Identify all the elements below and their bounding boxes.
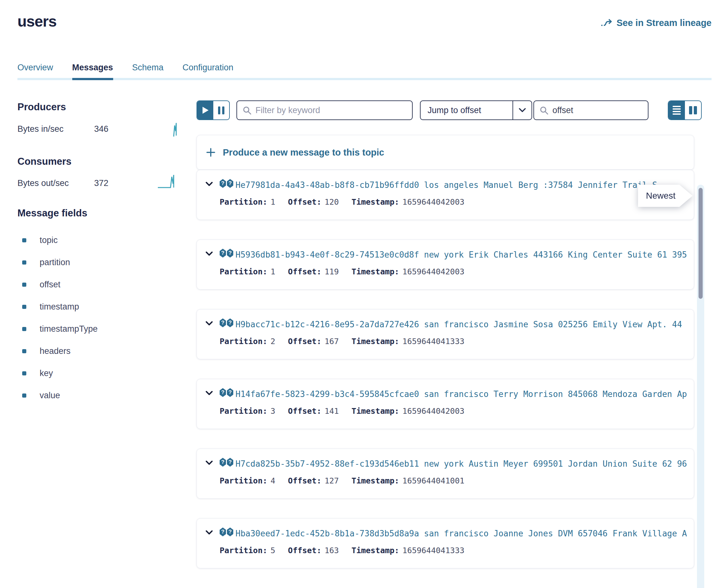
filter-input[interactable] [255, 101, 412, 120]
partition-value: 2 [271, 337, 275, 346]
unknown-schema-icon: ?? [220, 388, 233, 397]
chevron-down-icon[interactable] [205, 321, 213, 326]
offset-value: 127 [325, 476, 339, 485]
message-card[interactable]: ?? Hba30eed7-1edc-452b-8b1a-738d3b5d8a9a… [197, 518, 694, 568]
offset-value: 163 [325, 546, 339, 555]
message-key-value[interactable]: He77981da-4a43-48ab-b8f8-cb71b96ffdd0 lo… [235, 180, 687, 190]
question-badge: ? [220, 318, 226, 327]
field-label: partition [40, 257, 70, 267]
question-badge: ? [227, 458, 233, 467]
timestamp-label: Timestamp: [351, 406, 399, 416]
tab-overview[interactable]: Overview [17, 63, 53, 80]
question-badge: ? [220, 458, 226, 467]
newest-tooltip: Newest [638, 185, 693, 207]
field-item-offset[interactable]: offset [22, 280, 98, 289]
field-bullet-icon [22, 349, 26, 353]
field-item-timestampType[interactable]: timestampType [22, 325, 98, 333]
scrollbar-thumb[interactable] [699, 188, 703, 299]
bytes-out-value: 372 [94, 178, 108, 188]
unknown-schema-icon: ?? [220, 527, 233, 537]
message-key-value[interactable]: H7cda825b-35b7-4952-88ef-c193d546eb11 ne… [235, 458, 687, 469]
message-key-value[interactable]: Hba30eed7-1edc-452b-8b1a-738d3b5d8a9a sa… [235, 528, 687, 539]
tab-underline-track [17, 78, 711, 80]
search-icon [539, 105, 549, 115]
play-pause-toggle [197, 101, 230, 120]
chevron-down-icon [519, 108, 526, 112]
select-chevron-segment[interactable] [513, 101, 532, 120]
partition-label: Partition: [220, 337, 268, 346]
chevron-down-icon[interactable] [205, 182, 213, 186]
message-meta: Partition:5Offset:163Timestamp:165964404… [220, 546, 477, 555]
producers-heading: Producers [17, 101, 66, 113]
message-card[interactable]: ?? H7cda825b-35b7-4952-88ef-c193d546eb11… [197, 448, 694, 499]
messages-panel: Jump to offset [197, 101, 702, 588]
field-label: offset [40, 280, 61, 290]
column-view-button[interactable] [685, 101, 701, 120]
question-badge: ? [227, 249, 233, 257]
produce-message-button[interactable]: Produce a new message to this topic [197, 135, 694, 170]
offset-input[interactable] [553, 101, 648, 120]
chevron-down-icon[interactable] [205, 251, 213, 256]
pause-icon [218, 106, 224, 114]
question-badge: ? [220, 249, 226, 257]
page-title: users [17, 13, 57, 30]
consumers-sparkline [157, 174, 180, 189]
field-item-topic[interactable]: topic [22, 236, 98, 245]
field-item-partition[interactable]: partition [22, 258, 98, 267]
field-bullet-icon [22, 371, 26, 375]
message-key-value[interactable]: H9bacc71c-b12c-4216-8e95-2a7da727e426 sa… [235, 319, 687, 330]
play-button[interactable] [197, 101, 213, 120]
jump-to-offset-select[interactable]: Jump to offset [420, 101, 532, 120]
message-meta: Partition:1Offset:119Timestamp:165964404… [220, 267, 477, 276]
offset-label: Offset: [288, 267, 322, 276]
list-view-button[interactable] [668, 101, 685, 120]
unknown-schema-icon: ?? [220, 458, 233, 467]
field-item-value[interactable]: value [22, 391, 98, 400]
message-card[interactable]: ?? H14fa67fe-5823-4299-b3c4-595845cfcae0… [197, 379, 694, 429]
field-item-timestamp[interactable]: timestamp [22, 302, 98, 311]
chevron-down-icon[interactable] [205, 530, 213, 535]
tab-bar: Overview Messages Schema Configuration [17, 63, 711, 80]
field-bullet-icon [22, 260, 26, 265]
unknown-schema-icon: ?? [220, 249, 233, 257]
message-card[interactable]: ?? H9bacc71c-b12c-4216-8e95-2a7da727e426… [197, 309, 694, 359]
question-badge: ? [220, 527, 226, 537]
offset-label: Offset: [288, 406, 322, 416]
view-mode-toggle [668, 101, 702, 120]
message-key-value[interactable]: H5936db81-b943-4e0f-8c29-74513e0c0d8f ne… [235, 249, 687, 260]
message-card[interactable]: ?? H5936db81-b943-4e0f-8c29-74513e0c0d8f… [197, 239, 694, 290]
timestamp-label: Timestamp: [351, 267, 399, 276]
message-meta: Partition:4Offset:127Timestamp:165964404… [220, 476, 477, 485]
field-item-key[interactable]: key [22, 369, 98, 378]
field-item-headers[interactable]: headers [22, 347, 98, 355]
question-badge: ? [227, 318, 233, 327]
jump-select-value: Jump to offset [420, 101, 513, 120]
consumers-metric-row: Bytes out/sec 372 [17, 178, 138, 188]
question-badge: ? [220, 388, 226, 397]
chevron-down-icon[interactable] [205, 391, 213, 395]
question-badge: ? [220, 179, 226, 188]
pause-button[interactable] [213, 101, 229, 120]
message-meta: Partition:2Offset:167Timestamp:165964404… [220, 337, 477, 346]
field-label: value [40, 391, 60, 400]
tab-configuration[interactable]: Configuration [183, 63, 233, 80]
tab-messages[interactable]: Messages [72, 63, 113, 80]
chevron-down-icon[interactable] [205, 460, 213, 465]
tab-schema[interactable]: Schema [132, 63, 164, 80]
message-card[interactable]: ?? He77981da-4a43-48ab-b8f8-cb71b96ffdd0… [197, 170, 694, 220]
field-label: key [40, 369, 53, 378]
partition-label: Partition: [220, 406, 268, 416]
stream-lineage-link[interactable]: See in Stream lineage [601, 18, 711, 28]
field-label: topic [40, 235, 58, 245]
play-icon [203, 107, 209, 114]
search-icon [242, 105, 252, 115]
partition-value: 5 [271, 546, 275, 555]
timestamp-label: Timestamp: [351, 337, 399, 346]
partition-value: 1 [271, 267, 275, 276]
scrollbar-track[interactable] [697, 185, 704, 588]
offset-value: 120 [325, 197, 339, 207]
field-bullet-icon [22, 282, 26, 287]
dashed-arrow-right-icon [601, 19, 613, 27]
timestamp-value: 1659644041333 [403, 337, 465, 346]
message-key-value[interactable]: H14fa67fe-5823-4299-b3c4-595845cfcae0 sa… [235, 389, 687, 399]
